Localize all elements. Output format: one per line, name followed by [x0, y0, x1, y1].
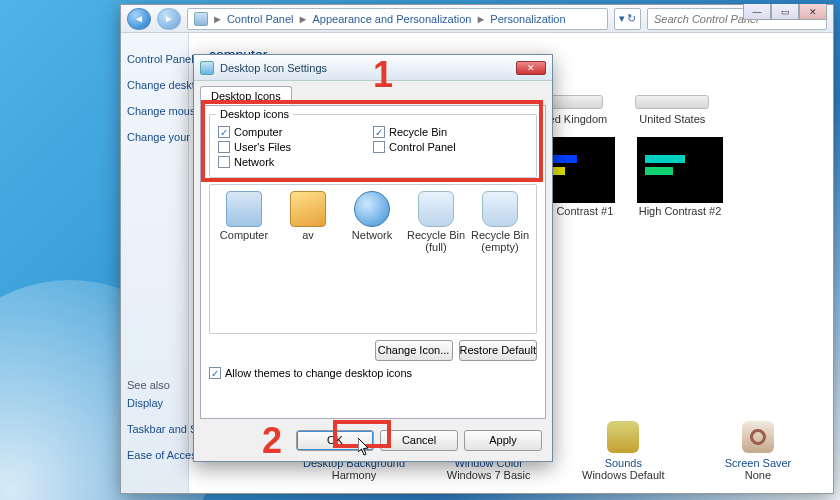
- close-button[interactable]: ✕: [799, 4, 827, 20]
- theme-item-high-contrast[interactable]: High Contrast #2: [637, 137, 723, 217]
- cancel-button[interactable]: Cancel: [380, 430, 458, 451]
- dialog-icon: [200, 61, 214, 75]
- desktop-icon-settings-dialog: Desktop Icon Settings ✕ Desktop Icons De…: [193, 54, 553, 462]
- preview-icon-user[interactable]: av: [278, 191, 338, 253]
- icon-preview-pane[interactable]: Computer av Network Recycle Bin (full) R…: [209, 184, 537, 334]
- checkbox-users-files[interactable]: User's Files: [218, 141, 373, 153]
- breadcrumb-item[interactable]: Appearance and Personalization: [312, 13, 471, 25]
- checkbox-network[interactable]: Network: [218, 156, 373, 168]
- dialog-close-button[interactable]: ✕: [516, 61, 546, 75]
- ok-button[interactable]: OK: [296, 430, 374, 451]
- sidebar-link[interactable]: Change your: [127, 131, 182, 143]
- checkbox-recycle-bin[interactable]: ✓Recycle Bin: [373, 126, 528, 138]
- tab-desktop-icons[interactable]: Desktop Icons: [200, 86, 292, 105]
- nav-forward-button[interactable]: ►: [157, 8, 181, 30]
- nav-back-button[interactable]: ◄: [127, 8, 151, 30]
- apply-button[interactable]: Apply: [464, 430, 542, 451]
- minimize-button[interactable]: —: [743, 4, 771, 20]
- screen-saver-icon: [742, 421, 774, 453]
- theme-item[interactable]: United States: [635, 95, 709, 125]
- checkbox-control-panel[interactable]: Control Panel: [373, 141, 528, 153]
- maximize-button[interactable]: ▭: [771, 4, 799, 20]
- breadcrumb[interactable]: ► Control Panel ► Appearance and Persona…: [187, 8, 608, 30]
- preview-icon-computer[interactable]: Computer: [214, 191, 274, 253]
- dialog-title: Desktop Icon Settings: [220, 62, 327, 74]
- change-icon-button[interactable]: Change Icon...: [375, 340, 453, 361]
- preview-icon-recycle-bin-empty[interactable]: Recycle Bin (empty): [470, 191, 530, 253]
- preview-icon-recycle-bin-full[interactable]: Recycle Bin (full): [406, 191, 466, 253]
- sidebar-link[interactable]: Change mouse: [127, 105, 182, 117]
- preview-icon-network[interactable]: Network: [342, 191, 402, 253]
- sidebar: Control Panel Change desktop Change mous…: [121, 33, 189, 493]
- annotation-number-2: 2: [262, 420, 282, 462]
- breadcrumb-item[interactable]: Control Panel: [227, 13, 294, 25]
- sounds-link[interactable]: SoundsWindows Default: [568, 421, 678, 481]
- checkbox-computer[interactable]: ✓Computer: [218, 126, 373, 138]
- computer-icon: [194, 12, 208, 26]
- desktop-icons-group-label: Desktop icons: [216, 108, 293, 120]
- refresh-icon[interactable]: ↻: [627, 12, 636, 25]
- breadcrumb-dropdown[interactable]: ▾ ↻: [614, 8, 641, 30]
- annotation-number-1: 1: [373, 54, 393, 96]
- screen-saver-link[interactable]: Screen SaverNone: [703, 421, 813, 481]
- restore-default-button[interactable]: Restore Default: [459, 340, 537, 361]
- sounds-icon: [607, 421, 639, 453]
- checkbox-allow-themes[interactable]: ✓Allow themes to change desktop icons: [209, 367, 537, 379]
- sidebar-home-link[interactable]: Control Panel: [127, 53, 182, 65]
- breadcrumb-item[interactable]: Personalization: [490, 13, 565, 25]
- sidebar-link[interactable]: Change desktop: [127, 79, 182, 91]
